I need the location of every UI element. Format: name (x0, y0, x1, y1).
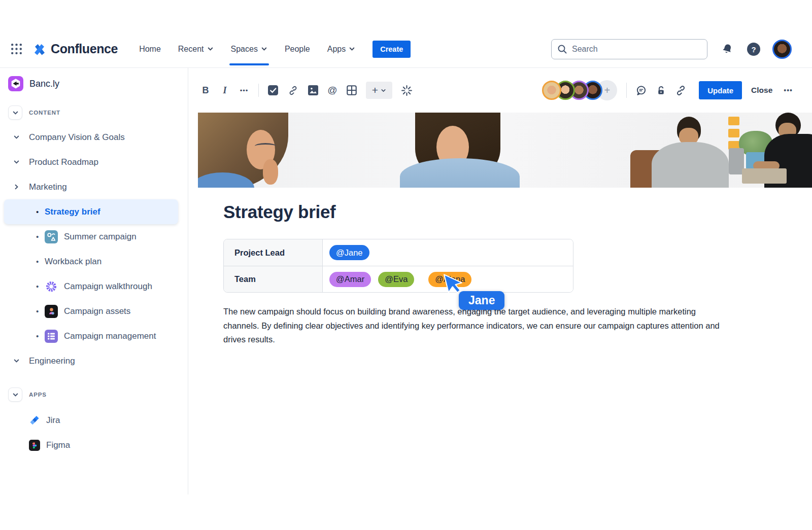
nav-people[interactable]: People (285, 30, 310, 67)
confluence-logo-icon (33, 43, 46, 56)
comment-icon[interactable] (635, 84, 648, 97)
space-name: Banc.ly (29, 79, 59, 89)
confluence-logo[interactable]: Confluence (33, 42, 118, 56)
sticky-note (728, 129, 739, 137)
sidebar-item-summer-campaign[interactable]: Summer campaign (0, 224, 188, 249)
bullet-dot (36, 207, 40, 216)
search-input[interactable] (551, 39, 707, 59)
collaborator-avatars: + (542, 80, 617, 100)
editor-overflow-button[interactable]: ••• (784, 86, 793, 94)
chevron-down-icon (207, 46, 214, 52)
sidebar-item-campaign-walkthrough[interactable]: Campaign walkthrough (0, 274, 188, 299)
jira-icon (29, 415, 40, 426)
sidebar-item-product-roadmap[interactable]: Product Roadmap (0, 150, 188, 174)
editor-main: B I ••• @ + (188, 68, 812, 494)
table-value-cell[interactable]: @Jane (323, 239, 573, 266)
page-title[interactable]: Strategy brief (223, 202, 812, 222)
bullet-dot (36, 232, 40, 241)
table-row: Team @Amar @Eva @Alana (224, 266, 573, 292)
sidebar-item-workback-plan[interactable]: Workback plan (0, 249, 188, 274)
sticky-note (728, 117, 739, 125)
primary-nav: Home Recent Spaces People Apps (139, 30, 355, 67)
insert-image-button[interactable] (308, 85, 318, 95)
mention-jane[interactable]: @Jane (329, 245, 369, 260)
sidebar-item-campaign-management[interactable]: Campaign management (0, 324, 188, 348)
insert-more-button[interactable]: + (366, 82, 392, 99)
hero-man-grey-shirt (652, 142, 729, 188)
space-sidebar: Banc.ly CONTENT Company Vision & Goals P… (0, 68, 188, 494)
nav-spaces[interactable]: Spaces (231, 30, 267, 67)
bullet-dot (36, 307, 40, 315)
nav-home[interactable]: Home (139, 30, 161, 67)
user-avatar[interactable] (772, 40, 792, 59)
table-header-cell[interactable]: Project Lead (224, 239, 323, 266)
figma-icon (29, 440, 40, 451)
hero-left-woman-hand (263, 159, 278, 185)
space-header[interactable]: Banc.ly (8, 75, 180, 92)
italic-button[interactable]: I (220, 85, 230, 96)
sidebar-item-jira[interactable]: Jira (0, 408, 188, 433)
collaborator-avatar[interactable] (542, 81, 561, 100)
nav-apps[interactable]: Apps (327, 30, 355, 67)
collapse-apps-icon[interactable] (8, 387, 22, 402)
bold-button[interactable]: B (200, 85, 211, 96)
create-button[interactable]: Create (373, 41, 411, 58)
apps-section-label: APPS (29, 392, 47, 398)
chevron-down-icon[interactable] (12, 134, 20, 140)
apps-section-header: APPS (8, 387, 188, 402)
sidebar-item-company-vision-goals[interactable]: Company Vision & Goals (0, 125, 188, 150)
svg-text:?: ? (751, 45, 756, 53)
sidebar-item-campaign-assets[interactable]: Campaign assets (0, 299, 188, 324)
mention-eva[interactable]: @Eva (378, 272, 414, 287)
update-button[interactable]: Update (699, 81, 742, 99)
search-box (551, 39, 707, 59)
table-header-cell[interactable]: Team (224, 266, 323, 292)
sidebar-item-engineering[interactable]: Engineering (0, 348, 188, 373)
close-button[interactable]: Close (751, 86, 772, 95)
apps-tree: Jira Figma (0, 408, 188, 457)
content-tree: Company Vision & Goals Product Roadmap M… (0, 125, 188, 373)
collapse-content-icon[interactable] (8, 105, 22, 120)
bullet-dot (36, 332, 40, 340)
nav-recent[interactable]: Recent (178, 30, 214, 67)
content-section-label: CONTENT (29, 110, 60, 116)
table-value-cell[interactable]: @Amar @Eva @Alana (323, 266, 573, 292)
active-tab-underline (229, 63, 269, 65)
insert-table-button[interactable] (347, 85, 357, 95)
link-button[interactable] (287, 85, 299, 96)
ai-sparkle-icon[interactable] (401, 85, 412, 96)
chevron-down-icon (261, 46, 267, 52)
chevron-down-icon (349, 46, 355, 52)
assets-thumbnail-icon (45, 305, 58, 318)
text-formatting-more-button[interactable]: ••• (239, 87, 249, 94)
hero-smiling-woman-jacket (400, 158, 520, 188)
mention-alana[interactable]: @Alana (428, 272, 471, 287)
chevron-right-icon[interactable] (12, 184, 20, 190)
sidebar-item-strategy-brief[interactable]: Strategy brief (4, 199, 178, 224)
hero-laptop (742, 168, 787, 184)
top-navigation-bar: Confluence Home Recent Spaces People (0, 0, 812, 68)
space-logo-icon (8, 76, 23, 91)
whiteboard-icon (45, 230, 58, 243)
hero-left-woman-glasses (255, 143, 276, 149)
help-icon[interactable]: ? (746, 42, 761, 57)
copy-link-icon[interactable] (674, 84, 687, 97)
page-info-table: Project Lead @Jane Team @Amar @Eva @Alan… (223, 239, 573, 293)
toolbar-divider (626, 83, 627, 98)
app-title: Confluence (51, 42, 118, 56)
chevron-down-icon[interactable] (12, 358, 20, 364)
page-paragraph[interactable]: The new campaign should focus on buildin… (223, 305, 733, 347)
sidebar-item-marketing[interactable]: Marketing (0, 174, 188, 199)
table-row: Project Lead @Jane (224, 239, 573, 266)
cover-image (198, 113, 812, 188)
sidebar-item-figma[interactable]: Figma (0, 433, 188, 457)
unlock-icon[interactable] (655, 85, 667, 96)
chevron-down-icon[interactable] (12, 159, 20, 165)
toolbar-divider (258, 84, 259, 97)
app-switcher-icon[interactable] (8, 41, 25, 57)
task-checkbox-button[interactable] (268, 85, 278, 95)
mention-button[interactable]: @ (327, 85, 337, 96)
mention-amar[interactable]: @Amar (329, 272, 371, 287)
database-table-icon (45, 330, 58, 343)
notifications-bell-icon[interactable] (721, 43, 734, 56)
